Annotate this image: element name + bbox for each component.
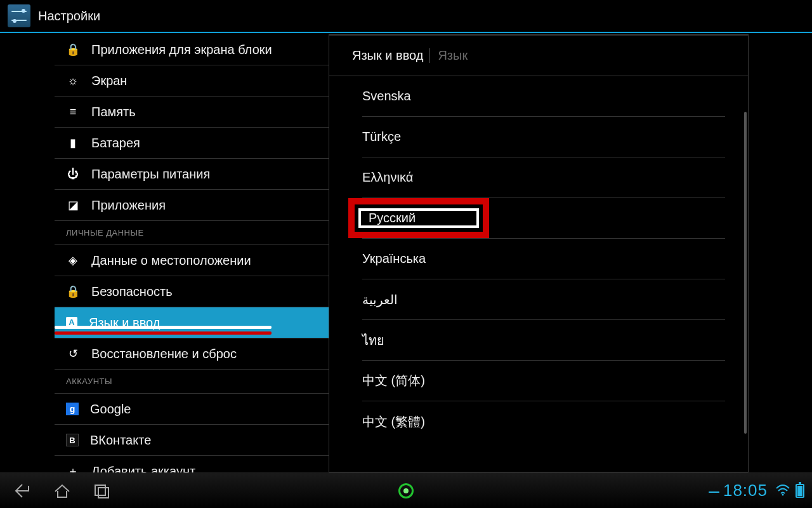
recent-apps-button[interactable] xyxy=(86,478,117,504)
storage-icon: ≡ xyxy=(66,105,80,119)
language-label: Ελληνικά xyxy=(362,170,413,185)
sidebar-item-label: Приложения для экрана блоки xyxy=(91,43,272,57)
battery-status-icon xyxy=(796,484,804,498)
language-option-thai[interactable]: ไทย xyxy=(362,320,725,361)
lock-icon: 🔒 xyxy=(66,43,80,57)
location-icon: ◈ xyxy=(66,253,80,267)
breadcrumb: Язык и ввод Язык xyxy=(329,36,748,76)
svg-point-2 xyxy=(782,494,784,496)
language-option-ukrainian[interactable]: Українська xyxy=(362,239,725,279)
wifi-icon xyxy=(775,481,790,500)
main-panel: Язык и ввод Язык Svenska Türkçe Ελληνικά… xyxy=(329,34,749,472)
language-label: Svenska xyxy=(362,89,411,104)
system-navbar: – 18:05 xyxy=(0,472,812,508)
sidebar-item-label: Добавить аккаунт xyxy=(91,464,195,473)
annotation-underline-red xyxy=(55,331,272,335)
sidebar-header-accounts: АККАУНТЫ xyxy=(55,370,329,394)
settings-sidebar: 🔒 Приложения для экрана блоки ☼ Экран ≡ … xyxy=(55,34,329,472)
vk-icon: B xyxy=(66,434,79,446)
language-option-chinese-traditional[interactable]: 中文 (繁體) xyxy=(362,401,725,442)
language-label: Русский xyxy=(369,211,416,225)
sidebar-item-label: Память xyxy=(91,105,136,119)
sidebar-item-label: ВКонтакте xyxy=(90,433,151,448)
sidebar-item-security[interactable]: 🔒 Безопасность xyxy=(55,276,329,307)
sidebar-item-label: Параметры питания xyxy=(91,167,210,182)
google-icon: g xyxy=(66,403,79,415)
language-option-russian[interactable]: Русский xyxy=(362,198,725,239)
annotation-underline-white xyxy=(55,326,272,329)
scrollbar[interactable] xyxy=(744,112,747,434)
breadcrumb-current: Язык xyxy=(429,48,468,63)
sidebar-item-label: Приложения xyxy=(91,198,166,213)
sidebar-item-label: Батарея xyxy=(91,136,140,150)
sidebar-item-power[interactable]: ⏻ Параметры питания xyxy=(55,159,329,190)
language-list[interactable]: Svenska Türkçe Ελληνικά Русский Ук xyxy=(329,76,748,442)
sidebar-item-google[interactable]: g Google xyxy=(55,394,329,425)
annotation-highlight-box: Русский xyxy=(348,198,489,238)
notification-indicator-icon[interactable] xyxy=(398,483,414,498)
sidebar-item-label: Восстановление и сброс xyxy=(91,347,237,361)
settings-app-icon xyxy=(8,4,30,27)
language-option-svenska[interactable]: Svenska xyxy=(362,76,725,117)
sidebar-item-backup-reset[interactable]: ↺ Восстановление и сброс xyxy=(55,338,329,370)
home-button[interactable] xyxy=(47,478,77,504)
language-label: Türkçe xyxy=(362,130,401,144)
sidebar-item-add-account[interactable]: ＋ Добавить аккаунт xyxy=(55,456,329,472)
breadcrumb-root[interactable]: Язык и ввод xyxy=(352,48,423,63)
back-button[interactable] xyxy=(8,478,38,504)
language-label: ไทย xyxy=(362,330,384,351)
plus-icon: ＋ xyxy=(66,464,80,472)
sidebar-item-storage[interactable]: ≡ Память xyxy=(55,97,329,128)
language-option-chinese-simplified[interactable]: 中文 (简体) xyxy=(362,361,725,401)
language-option-greek[interactable]: Ελληνικά xyxy=(362,157,725,198)
language-option-arabic[interactable]: العربية xyxy=(362,279,725,320)
lock-icon: 🔒 xyxy=(66,284,80,298)
clock: 18:05 xyxy=(723,481,768,500)
status-area[interactable]: – 18:05 xyxy=(709,481,804,500)
sidebar-item-lockscreen-apps[interactable]: 🔒 Приложения для экрана блоки xyxy=(55,34,329,65)
language-option-turkce[interactable]: Türkçe xyxy=(362,117,725,157)
sidebar-item-battery[interactable]: ▮ Батарея xyxy=(55,128,329,159)
sidebar-item-label: Экран xyxy=(91,74,127,88)
sidebar-item-location[interactable]: ◈ Данные о местоположении xyxy=(55,245,329,276)
power-icon: ⏻ xyxy=(66,168,80,181)
apps-icon: ◪ xyxy=(66,198,80,212)
language-label: Українська xyxy=(362,251,426,266)
sidebar-item-vk[interactable]: B ВКонтакте xyxy=(55,425,329,456)
language-label: العربية xyxy=(362,292,398,307)
sidebar-item-label: Google xyxy=(90,402,131,417)
sidebar-item-display[interactable]: ☼ Экран xyxy=(55,65,329,97)
sidebar-header-personal: ЛИЧНЫЕ ДАННЫЕ xyxy=(55,221,329,245)
sidebar-item-label: Данные о местоположении xyxy=(91,253,251,268)
restore-icon: ↺ xyxy=(66,347,80,361)
svg-rect-1 xyxy=(98,488,108,498)
language-label: 中文 (简体) xyxy=(362,372,425,389)
svg-rect-0 xyxy=(95,485,105,495)
status-separator-icon: – xyxy=(709,481,719,500)
sidebar-item-label: Безопасность xyxy=(91,284,173,299)
language-label: 中文 (繁體) xyxy=(362,413,425,431)
brightness-icon: ☼ xyxy=(66,74,80,88)
battery-icon: ▮ xyxy=(66,136,80,150)
sidebar-item-apps[interactable]: ◪ Приложения xyxy=(55,190,329,221)
title-bar: Настройки xyxy=(0,0,812,33)
app-title: Настройки xyxy=(38,9,100,23)
